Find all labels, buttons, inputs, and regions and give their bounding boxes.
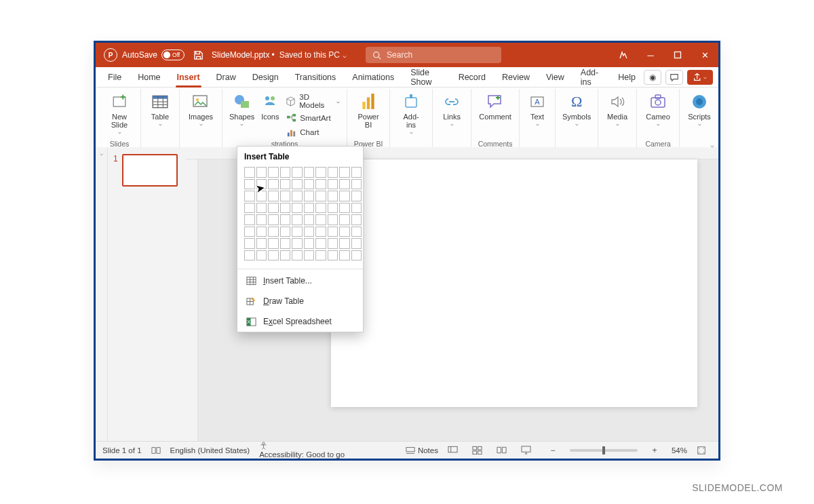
grid-cell[interactable] (304, 227, 315, 237)
comment-button[interactable]: Comment (476, 90, 515, 122)
tab-insert[interactable]: Insert (169, 67, 208, 87)
grid-cell[interactable] (304, 167, 315, 178)
grid-cell[interactable] (256, 238, 267, 249)
grid-cell[interactable] (280, 238, 291, 249)
grid-cell[interactable] (244, 179, 255, 190)
shapes-button[interactable]: Shapes⌵ (227, 90, 257, 129)
grid-cell[interactable] (339, 238, 350, 249)
grid-cell[interactable] (292, 203, 303, 214)
reading-view-icon[interactable] (497, 446, 511, 454)
slideshow-view-icon[interactable] (521, 446, 536, 454)
coming-soon-icon[interactable] (610, 43, 637, 67)
notes-button[interactable]: Notes (406, 446, 438, 454)
grid-cell[interactable] (268, 167, 279, 178)
grid-cell[interactable] (351, 238, 362, 249)
grid-cell[interactable] (268, 191, 279, 201)
grid-cell[interactable] (292, 191, 303, 201)
grid-cell[interactable] (339, 250, 350, 261)
grid-cell[interactable] (244, 238, 255, 249)
images-button[interactable]: Images⌵ (184, 90, 218, 129)
grid-cell[interactable] (339, 191, 350, 201)
grid-cell[interactable] (280, 214, 291, 225)
grid-cell[interactable] (304, 203, 315, 214)
scripts-button[interactable]: Scripts⌵ (684, 90, 715, 129)
grid-cell[interactable] (328, 167, 338, 178)
grid-cell[interactable] (292, 227, 303, 237)
comments-icon[interactable] (665, 70, 683, 85)
grid-cell[interactable] (351, 203, 362, 214)
share-button[interactable]: ⌵ (687, 70, 713, 85)
excel-spreadsheet-menuitem[interactable]: X Excel Spreadsheet Excel Spreadsheet (237, 311, 363, 332)
grid-cell[interactable] (304, 214, 315, 225)
grid-cell[interactable] (268, 179, 279, 190)
accessibility-book-icon[interactable] (151, 446, 161, 454)
tab-addins[interactable]: Add-ins (573, 67, 610, 87)
grid-cell[interactable] (328, 191, 338, 201)
tab-view[interactable]: View (538, 67, 573, 87)
table-button[interactable]: Table⌵ (145, 90, 175, 129)
save-icon[interactable] (189, 50, 208, 60)
grid-cell[interactable] (315, 250, 326, 261)
fit-to-window-icon[interactable] (697, 446, 712, 455)
grid-cell[interactable] (268, 250, 279, 261)
grid-cell[interactable] (351, 250, 362, 261)
tab-slideshow[interactable]: Slide Show (402, 67, 450, 87)
grid-cell[interactable] (351, 191, 362, 201)
addins-button[interactable]: Add- ins⌵ (394, 90, 428, 137)
grid-cell[interactable] (315, 179, 326, 190)
tab-animations[interactable]: Animations (344, 67, 402, 87)
grid-cell[interactable] (244, 214, 255, 225)
grid-cell[interactable] (339, 203, 350, 214)
grid-cell[interactable] (351, 179, 362, 190)
tab-draw[interactable]: Draw (208, 67, 244, 87)
icons-button[interactable]: Icons (257, 90, 283, 122)
grid-cell[interactable] (256, 214, 267, 225)
grid-cell[interactable] (268, 203, 279, 214)
grid-cell[interactable] (268, 238, 279, 249)
grid-cell[interactable] (244, 191, 255, 201)
grid-cell[interactable] (256, 203, 267, 214)
grid-cell[interactable] (280, 250, 291, 261)
grid-cell[interactable] (268, 214, 279, 225)
grid-cell[interactable] (315, 227, 326, 237)
grid-cell[interactable] (280, 227, 291, 237)
grid-cell[interactable] (268, 227, 279, 237)
draw-table-menuitem[interactable]: Draw Table Draw Table (237, 291, 363, 311)
grid-cell[interactable] (256, 227, 267, 237)
tab-home[interactable]: Home (130, 67, 168, 87)
save-status[interactable]: Saved to this PC (279, 50, 340, 60)
chevron-down-icon[interactable]: ⌵ (343, 52, 347, 59)
minimize-button[interactable]: ─ (637, 43, 664, 67)
grid-cell[interactable] (315, 203, 326, 214)
tab-record[interactable]: Record (450, 67, 494, 87)
grid-cell[interactable] (315, 167, 326, 178)
tab-transitions[interactable]: Transitions (287, 67, 345, 87)
links-button[interactable]: Links⌵ (437, 90, 467, 129)
tab-file[interactable]: File (100, 67, 130, 87)
autosave-toggle[interactable]: Off (161, 50, 185, 60)
grid-cell[interactable] (304, 250, 315, 261)
symbols-button[interactable]: ΩSymbols⌵ (560, 90, 594, 129)
normal-view-icon[interactable] (448, 446, 463, 454)
tab-review[interactable]: Review (494, 67, 538, 87)
grid-cell[interactable] (339, 179, 350, 190)
zoom-slider[interactable] (570, 449, 638, 452)
zoom-level[interactable]: 54% (672, 446, 687, 454)
grid-cell[interactable] (292, 238, 303, 249)
grid-cell[interactable] (292, 167, 303, 178)
accessibility-status[interactable]: Accessibility: Good to go (259, 442, 345, 459)
insert-table-menuitem[interactable]: Insert Table... Insert Table... (237, 271, 363, 291)
powerbi-button[interactable]: Power BI (351, 90, 385, 130)
grid-cell[interactable] (304, 191, 315, 201)
grid-cell[interactable] (304, 238, 315, 249)
grid-cell[interactable] (328, 250, 338, 261)
3d-models-button[interactable]: 3D Models⌵ (283, 92, 343, 111)
grid-cell[interactable] (292, 214, 303, 225)
grid-cell[interactable] (315, 238, 326, 249)
text-button[interactable]: AText⌵ (524, 90, 551, 129)
cameo-button[interactable]: Cameo⌵ (641, 90, 675, 129)
maximize-button[interactable] (664, 43, 691, 67)
grid-cell[interactable] (244, 203, 255, 214)
grid-cell[interactable] (256, 167, 267, 178)
grid-cell[interactable] (339, 214, 350, 225)
